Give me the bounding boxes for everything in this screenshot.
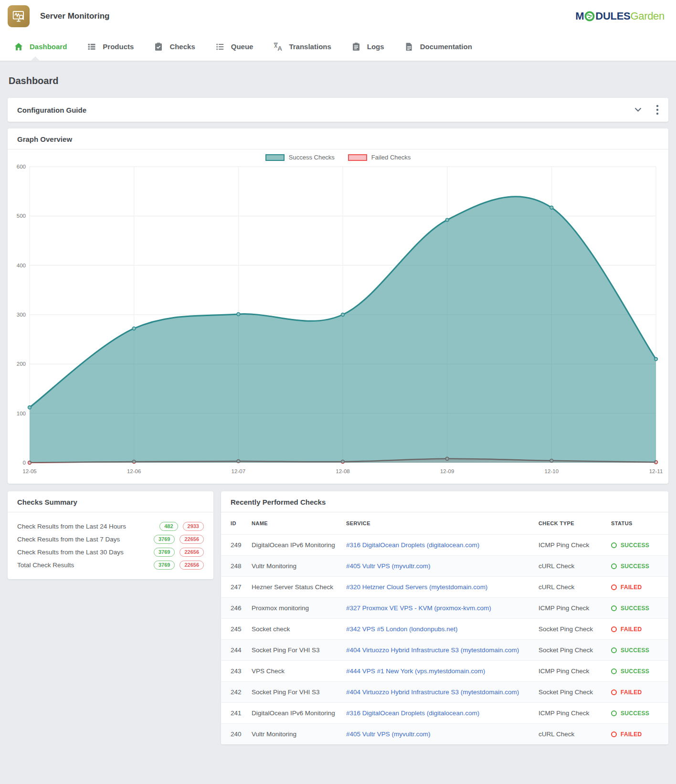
svg-text:12-08: 12-08: [336, 468, 349, 474]
nav-item-products[interactable]: Products: [77, 32, 144, 61]
column-header-name: NAME: [248, 512, 342, 535]
status-label: SUCCESS: [621, 542, 649, 549]
cell-service: #316 DigitalOcean Droplets (digitalocean…: [342, 535, 535, 556]
chart-legend: Success ChecksFailed Checks: [8, 149, 668, 162]
logo-dules: DULES: [595, 10, 630, 22]
configuration-guide-panel[interactable]: Configuration Guide: [8, 98, 668, 122]
cell-service: #320 Hetzner Cloud Servers (mytestdomain…: [342, 577, 535, 598]
cell-service: #342 VPS #5 London (londonpubs.net): [342, 619, 535, 640]
nav-item-dashboard[interactable]: Dashboard: [4, 32, 77, 61]
service-link[interactable]: #316 DigitalOcean Droplets (digitalocean…: [346, 710, 479, 717]
configuration-guide-title: Configuration Guide: [17, 106, 86, 114]
summary-row-label: Check Results from the Last 7 Days: [17, 536, 149, 543]
service-link[interactable]: #320 Hetzner Cloud Servers (mytestdomain…: [346, 583, 487, 591]
cell-status: FAILED: [607, 619, 668, 640]
svg-text:100: 100: [17, 411, 26, 416]
page-app-title: Server Monitoring: [40, 11, 109, 21]
service-link[interactable]: #444 VPS #1 New York (vps.mytestdomain.c…: [346, 667, 485, 675]
cell-name: Socket check: [248, 619, 342, 640]
column-header-id: ID: [221, 512, 248, 535]
document-icon: [404, 42, 414, 52]
page-title: Dashboard: [9, 75, 667, 86]
summary-row: Check Results from the Last 24 Hours4822…: [17, 520, 204, 533]
cell-status: SUCCESS: [607, 598, 668, 619]
cell-name: Socket Ping For VHI S3: [248, 640, 342, 661]
kebab-menu-icon[interactable]: [656, 105, 659, 115]
nav-item-translations[interactable]: XATranslations: [263, 32, 341, 61]
chevron-down-icon[interactable]: [634, 107, 642, 112]
status-badge: FAILED: [611, 689, 665, 696]
page-content: Dashboard Configuration Guide Graph Over…: [0, 75, 676, 753]
status-failed-icon: [611, 584, 617, 590]
cell-service: #405 Vultr VPS (myvultr.com): [342, 556, 535, 577]
service-link[interactable]: #327 Proxmox VE VPS - KVM (proxmox-kvm.c…: [346, 604, 491, 612]
service-link[interactable]: #404 Virtuozzo Hybrid Infrastructure S3 …: [346, 689, 519, 696]
column-header-check-type: CHECK TYPE: [535, 512, 607, 535]
legend-label: Failed Checks: [371, 154, 411, 161]
logo-m: M: [575, 10, 584, 22]
table-row: 247Hezner Server Status Check#320 Hetzne…: [221, 577, 668, 598]
cell-check-type: cURL Check: [535, 724, 607, 745]
nav-item-checks[interactable]: Checks: [144, 32, 205, 61]
service-link[interactable]: #405 Vultr VPS (myvultr.com): [346, 562, 431, 570]
cell-id: 244: [221, 640, 248, 661]
nav-item-queue[interactable]: Queue: [205, 32, 264, 61]
svg-text:0: 0: [23, 460, 26, 466]
cell-id: 248: [221, 556, 248, 577]
nav-item-logs[interactable]: Logs: [341, 32, 394, 61]
failed-count-badge: 22656: [180, 548, 204, 557]
cell-status: SUCCESS: [607, 535, 668, 556]
summary-row: Check Results from the Last 30 Days37692…: [17, 546, 204, 559]
queue-list-icon: [215, 42, 225, 52]
nav-item-documentation[interactable]: Documentation: [394, 32, 482, 61]
summary-row-label: Check Results from the Last 24 Hours: [17, 523, 155, 530]
status-badge: SUCCESS: [611, 668, 665, 675]
status-label: FAILED: [621, 731, 642, 738]
status-badge: SUCCESS: [611, 647, 665, 654]
cell-id: 241: [221, 703, 248, 724]
cell-service: #444 VPS #1 New York (vps.mytestdomain.c…: [342, 661, 535, 682]
recent-checks-title: Recently Performed Checks: [221, 498, 668, 506]
svg-text:12-07: 12-07: [232, 468, 245, 474]
service-link[interactable]: #316 DigitalOcean Droplets (digitalocean…: [346, 541, 479, 549]
nav-item-label: Documentation: [420, 42, 472, 51]
cell-service: #327 Proxmox VE VPS - KVM (proxmox-kvm.c…: [342, 598, 535, 619]
service-link[interactable]: #405 Vultr VPS (myvultr.com): [346, 731, 431, 738]
service-link[interactable]: #404 Virtuozzo Hybrid Infrastructure S3 …: [346, 646, 519, 654]
status-label: SUCCESS: [621, 605, 649, 612]
status-label: SUCCESS: [621, 647, 649, 654]
server-monitoring-app-icon: [8, 5, 30, 27]
globe-icon: [584, 11, 595, 21]
home-icon: [14, 42, 23, 52]
cell-name: Socket Ping For VHI S3: [248, 682, 342, 703]
cell-service: #405 Vultr VPS (myvultr.com): [342, 724, 535, 745]
status-success-icon: [611, 647, 617, 653]
svg-text:12-05: 12-05: [22, 468, 36, 474]
svg-text:12-11: 12-11: [649, 468, 663, 474]
modulesgarden-logo[interactable]: M DULES Garden: [575, 10, 665, 22]
svg-text:300: 300: [17, 312, 26, 318]
legend-item-success[interactable]: Success Checks: [265, 154, 335, 161]
status-success-icon: [611, 542, 617, 548]
table-row: 241DigitalOcean IPv6 Monitoring#316 Digi…: [221, 703, 668, 724]
checks-summary-title: Checks Summary: [8, 498, 213, 506]
cell-status: SUCCESS: [607, 703, 668, 724]
status-failed-icon: [611, 731, 617, 737]
summary-row: Total Check Results376922656: [17, 559, 204, 572]
overview-chart: 010020030040050060012-0512-0612-0712-081…: [10, 162, 663, 478]
legend-item-failed[interactable]: Failed Checks: [348, 154, 411, 161]
cell-check-type: ICMP Ping Check: [535, 535, 607, 556]
service-link[interactable]: #342 VPS #5 London (londonpubs.net): [346, 625, 457, 633]
cell-status: FAILED: [607, 682, 668, 703]
nav-item-label: Logs: [367, 42, 384, 51]
cell-service: #404 Virtuozzo Hybrid Infrastructure S3 …: [342, 640, 535, 661]
cell-name: DigitalOcean IPv6 Monitoring: [248, 535, 342, 556]
svg-text:12-06: 12-06: [127, 468, 141, 474]
cell-id: 247: [221, 577, 248, 598]
status-badge: SUCCESS: [611, 710, 665, 717]
svg-text:600: 600: [17, 164, 26, 170]
cell-status: FAILED: [607, 577, 668, 598]
success-count-badge: 3769: [154, 548, 175, 557]
cell-name: Hezner Server Status Check: [248, 577, 342, 598]
status-label: FAILED: [621, 584, 642, 591]
